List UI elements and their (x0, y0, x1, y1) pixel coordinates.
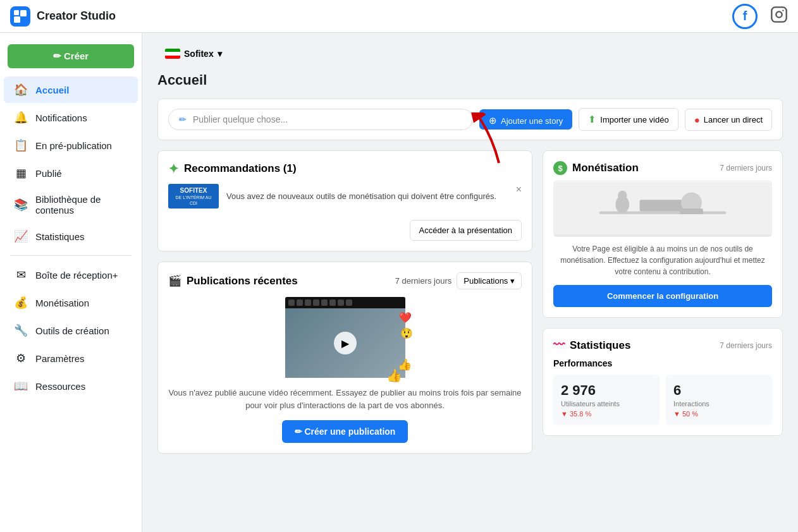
monetisation-cta-button[interactable]: Commencer la configuration (553, 285, 772, 307)
sidebar-label-ressources: Ressources (35, 381, 85, 392)
library-icon: 📚 (14, 198, 28, 212)
recommendations-card: ✦ Recommandations (1) SOFITEX DE L'INTÉR… (157, 150, 532, 251)
svg-rect-9 (640, 200, 686, 211)
inbox-icon: ✉ (14, 268, 28, 282)
publications-card: 🎬 Publications récentes 7 derniers jours… (157, 262, 532, 454)
video-thumbnail-wrap: ▶ ❤️ 😲 👍 👍 (285, 297, 405, 378)
statistiques-period: 7 derniers jours (720, 341, 772, 350)
sidebar-label-accueil: Accueil (35, 85, 69, 95)
svg-rect-3 (771, 7, 786, 21)
stat-interactions: 6 Interactions ▼ 50 % (666, 375, 772, 425)
live-button[interactable]: ● Lancer un direct (685, 109, 772, 131)
svg-rect-1 (20, 10, 27, 16)
publications-title: 🎬 Publications récentes (168, 274, 298, 287)
statistiques-header: 〰 Statistiques 7 derniers jours (553, 339, 772, 352)
sidebar-label-parametres: Paramètres (35, 353, 85, 364)
create-button[interactable]: ✏ Créer (8, 44, 134, 68)
import-video-button[interactable]: ⬆ Importer une vidéo (579, 108, 678, 131)
performances-label: Performances (553, 358, 772, 368)
film-hole (321, 299, 328, 306)
film-strip-top (285, 297, 405, 308)
publish-input[interactable]: ✏ Publier quelque chose... (168, 109, 473, 130)
page-title: Accueil (157, 72, 783, 88)
sidebar-item-prepublication[interactable]: 📋 En pré-publication (4, 132, 138, 159)
monetisation-period: 7 derniers jours (720, 164, 772, 172)
money-icon: 💰 (14, 296, 28, 310)
sidebar-item-boite[interactable]: ✉ Boîte de réception+ (4, 262, 138, 288)
publications-header: 🎬 Publications récentes 7 derniers jours… (168, 272, 522, 289)
film-hole (313, 299, 319, 306)
sidebar-item-publie[interactable]: ▦ Publié (4, 160, 138, 186)
stats-wave-icon: 〰 (553, 339, 565, 352)
svg-rect-0 (14, 10, 19, 15)
instagram-icon[interactable] (770, 6, 788, 27)
sidebar-item-bibliotheque[interactable]: 📚 Bibliothèque de contenus (4, 188, 138, 222)
create-publication-button[interactable]: ✏ Créer une publication (282, 420, 408, 443)
statistiques-card: 〰 Statistiques 7 derniers jours Performa… (543, 328, 783, 436)
publish-placeholder: Publier quelque chose... (193, 114, 288, 124)
publications-icon: 🎬 (168, 274, 181, 287)
add-story-button[interactable]: ⊕ Ajouter une story (479, 109, 572, 130)
heart-emoji: ❤️ (399, 311, 412, 323)
edit-icon: ✏ (179, 114, 187, 124)
video-frame: ▶ ❤️ 😲 👍 👍 (285, 308, 405, 378)
close-icon[interactable]: × (516, 184, 522, 195)
left-column: ✦ Recommandations (1) SOFITEX DE L'INTÉR… (157, 150, 532, 454)
tools-icon: 🔧 (14, 323, 28, 337)
svg-point-13 (618, 191, 627, 200)
film-hole (297, 299, 303, 306)
recommendations-cta-button[interactable]: Accéder à la présentation (410, 220, 522, 241)
sofitex-logo: SOFITEX DE L'INTÉRIM AU CDI (168, 184, 219, 209)
facebook-icon[interactable]: f (732, 4, 758, 29)
sidebar-item-parametres[interactable]: ⚙ Paramètres (4, 345, 138, 372)
topbar-platform-icons: f (732, 4, 788, 29)
publications-period: 7 derniers jours (395, 276, 452, 286)
thumbs-up-blue: 👍 (386, 368, 402, 383)
sidebar-item-accueil[interactable]: 🏠 Accueil (4, 76, 138, 103)
account-flag (165, 49, 180, 59)
svg-point-4 (776, 11, 782, 17)
account-selector[interactable]: Sofitex ▾ (157, 45, 230, 62)
stat-utilisateurs-change: ▼ 35.8 % (561, 410, 652, 418)
stat-interactions-change: ▼ 50 % (673, 410, 764, 418)
import-icon: ⬆ (588, 114, 596, 125)
create-publication-wrap: ✏ Créer une publication (168, 420, 522, 443)
stat-interactions-desc: Interactions (673, 400, 764, 408)
monetisation-svg (553, 180, 772, 237)
sidebar-item-statistiques[interactable]: 📈 Statistiques (4, 223, 138, 250)
topbar-left: Creator Studio (10, 6, 116, 27)
publications-header-right: 7 derniers jours Publications ▾ (395, 272, 522, 289)
sidebar-item-monetisation[interactable]: 💰 Monétisation (4, 289, 138, 316)
content-grid: ✦ Recommandations (1) SOFITEX DE L'INTÉR… (157, 150, 783, 454)
film-hole (338, 299, 344, 306)
recommendations-header: ✦ Recommandations (1) (168, 161, 522, 176)
star-icon: ✦ (168, 161, 179, 176)
sidebar-item-notifications[interactable]: 🔔 Notifications (4, 104, 138, 131)
account-name: Sofitex (184, 49, 214, 59)
sidebar-item-ressources[interactable]: 📖 Ressources (4, 373, 138, 399)
publications-empty-text: Vous n'avez publié aucune vidéo récemmen… (168, 387, 522, 411)
stat-utilisateurs-number: 2 976 (561, 382, 652, 399)
film-hole (346, 299, 352, 306)
sidebar-item-outils[interactable]: 🔧 Outils de création (4, 317, 138, 344)
stats-grid: 2 976 Utilisateurs atteints ▼ 35.8 % 6 I… (553, 375, 772, 425)
monetisation-header: $ Monétisation 7 derniers jours (553, 161, 772, 175)
gear-icon: ⚙ (14, 351, 28, 365)
sidebar-label-prepublication: En pré-publication (35, 140, 112, 151)
topbar: Creator Studio f (0, 0, 798, 33)
sidebar-label-bibliotheque: Bibliothèque de contenus (35, 194, 128, 215)
svg-point-5 (782, 9, 783, 11)
wow-emoji: 😲 (400, 327, 413, 339)
chevron-down-icon: ▾ (218, 49, 222, 59)
live-icon: ● (694, 114, 700, 125)
publications-dropdown[interactable]: Publications ▾ (457, 272, 522, 289)
play-button[interactable]: ▶ (334, 332, 357, 354)
app-title: Creator Studio (37, 9, 116, 23)
stat-utilisateurs: 2 976 Utilisateurs atteints ▼ 35.8 % (553, 375, 660, 425)
clipboard-icon: 📋 (14, 138, 28, 152)
home-icon: 🏠 (14, 83, 28, 97)
recommendations-title: Recommandations (1) (184, 162, 297, 175)
sidebar-label-boite: Boîte de réception+ (35, 270, 118, 281)
monetisation-illustration (553, 180, 772, 237)
sidebar-label-monetisation: Monétisation (35, 298, 89, 308)
